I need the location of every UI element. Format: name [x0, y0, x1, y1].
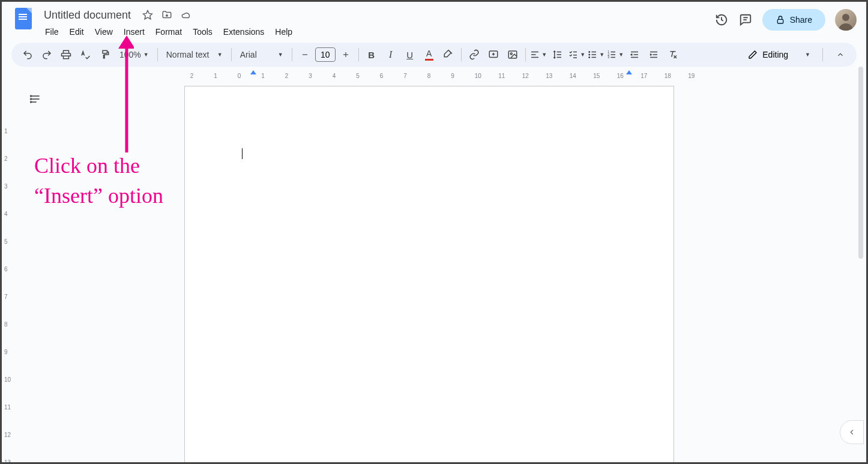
menu-extensions[interactable]: Extensions	[219, 25, 269, 39]
clear-formatting-button[interactable]	[664, 46, 682, 64]
document-title[interactable]: Untitled document	[40, 8, 134, 23]
bold-button[interactable]: B	[363, 46, 381, 64]
document-outline-button[interactable]	[25, 88, 46, 110]
separator	[461, 48, 462, 61]
toolbar: 100%▼ Normal text ▼ Arial ▼ 10 B I U A ▼…	[11, 43, 857, 67]
insert-link-button[interactable]	[465, 46, 483, 64]
decrease-indent-button[interactable]	[625, 46, 643, 64]
line-spacing-button[interactable]	[549, 46, 567, 64]
svg-point-48	[31, 98, 32, 100]
chevron-down-icon: ▼	[278, 52, 283, 58]
annotation-line1: Click on the	[34, 151, 163, 181]
increase-indent-button[interactable]	[645, 46, 663, 64]
avatar[interactable]	[835, 9, 857, 31]
insert-image-button[interactable]	[504, 46, 522, 64]
svg-rect-3	[777, 19, 783, 23]
annotation-text: Click on the “Insert” option	[34, 151, 163, 211]
spellcheck-button[interactable]	[76, 46, 94, 64]
editing-mode-label: Editing	[762, 50, 788, 59]
text-cursor	[242, 148, 243, 159]
menu-view[interactable]: View	[90, 25, 118, 39]
italic-button[interactable]: I	[382, 46, 400, 64]
svg-point-47	[31, 95, 32, 97]
svg-rect-5	[64, 50, 69, 53]
highlight-color-button[interactable]	[439, 46, 457, 64]
separator	[525, 48, 526, 61]
menu-file[interactable]: File	[40, 25, 64, 39]
chevron-down-icon: ▼	[143, 52, 149, 58]
add-comment-button[interactable]	[484, 46, 502, 64]
left-indent-marker[interactable]	[250, 70, 256, 74]
increase-font-size-button[interactable]	[337, 46, 355, 64]
lock-icon	[776, 15, 785, 25]
header: Untitled document File Edit View Insert …	[2, 2, 866, 40]
chevron-down-icon: ▼	[217, 52, 223, 58]
header-right: Share	[714, 9, 857, 31]
title-area: Untitled document File Edit View Insert …	[40, 7, 714, 39]
chevron-down-icon: ▼	[805, 52, 810, 58]
svg-text:3: 3	[608, 55, 610, 59]
share-label: Share	[790, 15, 812, 25]
paragraph-style-select[interactable]: Normal text ▼	[161, 46, 228, 64]
svg-rect-6	[64, 56, 69, 59]
editing-mode-button[interactable]: Editing ▼	[740, 46, 819, 64]
underline-button[interactable]: U	[401, 46, 419, 64]
side-panel-toggle[interactable]	[840, 420, 864, 444]
svg-point-24	[589, 52, 590, 53]
separator	[358, 48, 359, 61]
history-icon[interactable]	[714, 13, 729, 27]
separator	[231, 48, 232, 61]
menu-format[interactable]: Format	[151, 25, 187, 39]
decrease-font-size-button[interactable]	[296, 46, 314, 64]
horizontal-ruler[interactable]: 21012345678910111213141516171819	[11, 69, 857, 80]
zoom-value: 100%	[119, 50, 141, 59]
align-button[interactable]: ▼	[529, 46, 547, 64]
menu-insert[interactable]: Insert	[119, 25, 149, 39]
svg-point-26	[589, 57, 590, 58]
share-button[interactable]: Share	[762, 9, 825, 31]
svg-point-14	[510, 53, 512, 55]
vertical-ruler[interactable]: 12345678910111213	[4, 80, 15, 464]
svg-point-4	[842, 14, 849, 21]
menu-tools[interactable]: Tools	[188, 25, 217, 39]
menu-help[interactable]: Help	[270, 25, 297, 39]
font-select[interactable]: Arial ▼	[235, 46, 288, 64]
separator	[292, 48, 292, 61]
text-color-button[interactable]: A	[420, 46, 438, 64]
svg-point-49	[31, 101, 32, 103]
vertical-scrollbar[interactable]	[857, 65, 864, 461]
style-value: Normal text	[166, 50, 209, 59]
svg-point-25	[589, 54, 590, 55]
star-icon[interactable]	[142, 9, 154, 21]
menu-bar: File Edit View Insert Format Tools Exten…	[40, 25, 714, 39]
undo-button[interactable]	[19, 46, 37, 64]
zoom-select[interactable]: 100%▼	[115, 46, 154, 64]
comments-icon[interactable]	[738, 13, 753, 27]
scrollbar-thumb[interactable]	[858, 67, 863, 259]
separator	[822, 48, 823, 61]
annotation-line2: “Insert” option	[34, 181, 163, 211]
move-to-folder-icon[interactable]	[161, 9, 173, 21]
cloud-status-icon[interactable]	[180, 9, 192, 21]
menu-edit[interactable]: Edit	[65, 25, 89, 39]
font-size-input[interactable]: 10	[315, 47, 336, 62]
collapse-toolbar-button[interactable]	[831, 46, 849, 64]
right-indent-marker[interactable]	[626, 70, 632, 74]
separator	[157, 48, 158, 61]
font-value: Arial	[240, 50, 257, 59]
paint-format-button[interactable]	[95, 46, 113, 64]
print-button[interactable]	[57, 46, 75, 64]
svg-marker-0	[143, 11, 152, 19]
document-page[interactable]	[184, 86, 674, 464]
redo-button[interactable]	[38, 46, 56, 64]
bulleted-list-button[interactable]: ▼	[587, 46, 605, 64]
docs-logo[interactable]	[11, 7, 35, 31]
checklist-button[interactable]: ▼	[568, 46, 586, 64]
numbered-list-button[interactable]: 123▼	[606, 46, 624, 64]
pencil-icon	[748, 50, 758, 59]
